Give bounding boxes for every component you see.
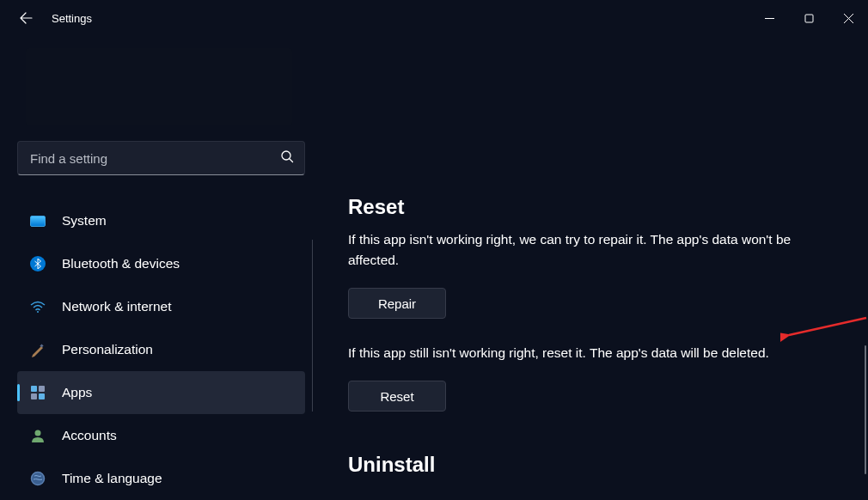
svg-rect-8 xyxy=(31,386,37,392)
close-button[interactable] xyxy=(828,4,868,32)
titlebar-left: Settings xyxy=(19,11,92,25)
sidebar-item-label: Accounts xyxy=(62,428,117,443)
svg-line-5 xyxy=(290,159,293,162)
nav-list: System Bluetooth & devices xyxy=(17,199,306,500)
sidebar-item-personalization[interactable]: Personalization xyxy=(17,328,305,371)
accounts-icon xyxy=(29,427,46,444)
reset-button[interactable]: Reset xyxy=(348,381,446,412)
main-content: Reset If this app isn't working right, w… xyxy=(318,36,868,500)
sidebar: System Bluetooth & devices xyxy=(0,36,318,500)
sidebar-item-network[interactable]: Network & internet xyxy=(17,285,305,328)
app-title: Settings xyxy=(52,12,92,25)
search-input[interactable] xyxy=(17,141,305,175)
sidebar-item-label: Time & language xyxy=(62,471,162,486)
arrow-annotation xyxy=(780,314,868,345)
window-controls xyxy=(749,4,868,32)
sidebar-divider xyxy=(312,240,313,412)
sidebar-item-system[interactable]: System xyxy=(17,199,305,242)
svg-point-13 xyxy=(32,473,45,485)
search-icon xyxy=(280,149,294,167)
uninstall-title: Uninstall xyxy=(348,453,851,477)
back-button[interactable] xyxy=(19,11,33,25)
maximize-button[interactable] xyxy=(789,4,828,32)
sidebar-item-time[interactable]: Time & language xyxy=(17,457,305,500)
scrollbar[interactable] xyxy=(865,345,866,474)
svg-point-4 xyxy=(282,151,290,160)
personalization-icon xyxy=(29,341,46,358)
reset-title: Reset xyxy=(348,195,851,219)
titlebar: Settings xyxy=(0,0,868,36)
svg-rect-11 xyxy=(39,393,45,399)
sidebar-item-label: Network & internet xyxy=(62,299,172,314)
sidebar-item-apps[interactable]: Apps xyxy=(17,371,305,414)
search-container xyxy=(17,141,306,175)
svg-point-12 xyxy=(35,430,41,436)
svg-line-15 xyxy=(789,318,866,335)
svg-rect-1 xyxy=(805,15,813,22)
sidebar-item-label: Personalization xyxy=(62,342,153,357)
minimize-button[interactable] xyxy=(749,4,789,32)
sidebar-item-accounts[interactable]: Accounts xyxy=(17,414,305,457)
repair-button[interactable]: Repair xyxy=(348,288,446,319)
network-icon xyxy=(29,298,46,315)
bluetooth-icon xyxy=(29,255,46,272)
apps-icon xyxy=(29,384,46,401)
time-icon xyxy=(29,470,46,487)
svg-rect-9 xyxy=(39,386,45,392)
system-icon xyxy=(29,212,46,229)
sidebar-item-label: System xyxy=(62,213,107,229)
repair-description: If this app isn't working right, we can … xyxy=(348,229,829,271)
svg-point-6 xyxy=(37,311,39,313)
sidebar-item-label: Bluetooth & devices xyxy=(62,256,180,271)
reset-description: If this app still isn't working right, r… xyxy=(348,343,829,363)
profile-block xyxy=(26,48,292,125)
sidebar-item-label: Apps xyxy=(62,385,92,400)
sidebar-item-bluetooth[interactable]: Bluetooth & devices xyxy=(17,242,305,285)
svg-rect-10 xyxy=(31,393,37,399)
